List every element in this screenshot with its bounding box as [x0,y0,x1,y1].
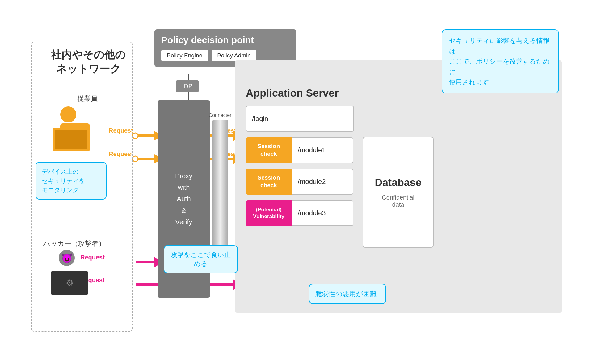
session-check-badge-2: Sessioncheck [246,169,292,195]
svg-point-22 [132,156,138,162]
modules-container: /login Sessioncheck /module1 Sessionchec… [246,106,551,248]
pdp-buttons: Policy Engine Policy Admin [161,50,290,61]
module-row-1: Sessioncheck /module1 [246,137,354,163]
diagram: ✕ ✕ Request Request Request Request [25,20,568,344]
database-block: Database Confidential data [363,137,434,248]
module1-box: /module1 [292,137,353,163]
attack-bubble: 攻撃をここで食い止める [164,245,238,273]
hacker-avatar: 😈 [59,250,75,266]
vulnerability-bubble: 脆弱性の悪用が困難 [309,284,386,304]
vulnerability-badge: (Potential)Vulnerability [246,200,292,226]
module-row-2: Sessioncheck /module2 [246,169,354,195]
employee-laptop [53,128,90,151]
session-check-badge-1: Sessioncheck [246,137,292,163]
proxy-text: Proxy with Auth & Verify [175,170,192,228]
module-row-login: /login [246,106,354,132]
pdp-title: Policy decision point [161,35,290,45]
login-module-box: /login [246,106,354,132]
module2-box: /module2 [292,169,353,195]
database-subtitle: Confidential data [382,194,414,208]
device-monitoring-bubble: デバイス上の セキュリティを モニタリング [36,162,107,200]
left-network-title: 社内やその他の ネットワーク [51,48,126,76]
tunnel-visual [212,120,228,262]
module-row-3: (Potential)Vulnerability /module3 [246,200,354,226]
policy-admin-button: Policy Admin [212,50,256,61]
database-title: Database [375,176,421,188]
main-container: ✕ ✕ Request Request Request Request [0,0,593,364]
svg-point-20 [132,133,138,139]
hacker-laptop: ⚙ [51,271,88,295]
module3-box: /module3 [292,200,353,226]
fwnat-box: FW/NAT Application Server /login Session… [235,60,562,313]
idp-label: IDP [176,80,199,92]
hacker-label: ハッカー（攻撃者） [43,239,105,248]
connector-label: Connecter [208,113,232,118]
top-right-bubble: セキュリティに影響を与える情報は ここで、ポリシーを改善するために 使用されます [442,29,559,93]
modules-list: /login Sessioncheck /module1 Sessionchec… [246,106,354,226]
employee-label: 従業員 [77,94,98,103]
policy-engine-button: Policy Engine [161,50,208,61]
